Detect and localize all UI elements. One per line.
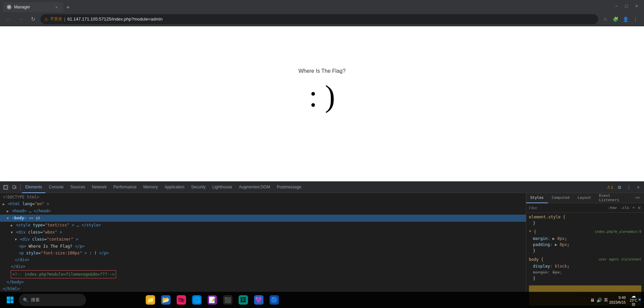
tab-augmented-dom[interactable]: Augmented DOM — [236, 182, 274, 193]
filter-buttons: :hov .cls + ⊡ — [607, 205, 641, 210]
styles-filter-input[interactable] — [529, 206, 604, 210]
bookmark-button[interactable]: ☆ — [601, 15, 610, 24]
notification-dot — [639, 299, 641, 301]
extension-button[interactable]: 🧩 — [611, 15, 620, 24]
styles-filter-bar: :hov .cls + ⊡ — [526, 203, 644, 213]
cls-filter-button[interactable]: .cls — [619, 205, 630, 210]
insecure-label: 不安全 — [50, 16, 62, 22]
styles-tab-computed[interactable]: Computed — [548, 193, 574, 203]
div-wbox-line[interactable]: ▼ <div class="wbox" > — [0, 229, 526, 236]
p-heading-line[interactable]: <p> Where Is The Flag? </p> — [0, 243, 526, 250]
tab-close-button[interactable]: × — [54, 4, 59, 10]
close-div2-line[interactable]: </div> — [0, 263, 526, 270]
taskbar-app-browser2[interactable]: 🔵 — [267, 293, 281, 307]
body-triangle: ▼ — [7, 216, 9, 220]
device-toggle-button[interactable] — [10, 183, 19, 192]
close-button[interactable]: × — [632, 1, 641, 11]
styles-tab-event-listeners[interactable]: Event Listeners — [595, 193, 631, 203]
styles-tab-more[interactable]: >> — [632, 193, 644, 203]
url-bar[interactable]: ⚠ 不安全 | 61.147.171.105:57125/index.php?m… — [40, 14, 598, 24]
page-content: Where Is The Flag? : ) — [0, 26, 644, 181]
warning-count-button[interactable]: ⚠ 1 — [606, 183, 614, 192]
wbox-triangle: ▼ — [11, 230, 13, 234]
svg-rect-7 — [10, 300, 13, 303]
taskbar-app-vscode[interactable]: 💜 — [252, 293, 265, 307]
style-triangle: ▶ — [11, 223, 13, 227]
styles-tab-layout[interactable]: Layout — [574, 193, 595, 203]
forward-button[interactable]: → — [16, 14, 26, 24]
browser-window: M Manager × + − □ × ← → ↻ ⚠ 不安全 | 61.147… — [0, 0, 644, 308]
taskbar-search[interactable]: 🔍 搜索 — [19, 294, 86, 306]
tab-memory[interactable]: Memory — [140, 182, 161, 193]
div-container-line[interactable]: ▼ <div class="container" > — [0, 236, 526, 243]
html-open-line[interactable]: ▶ <html lang="en" > — [0, 201, 526, 208]
body-margin-prop-line: margin: 8px; — [529, 269, 641, 275]
inspect-element-button[interactable] — [1, 183, 10, 192]
start-button[interactable] — [3, 292, 17, 307]
back-button[interactable]: ← — [4, 14, 13, 24]
head-line[interactable]: ▶ <head> … </head> — [0, 208, 526, 215]
toggle-button[interactable]: ⊡ — [637, 205, 641, 210]
star-style-rule: * { index.php?m_ule=admin:9 margin: ▶ 0p… — [529, 229, 641, 254]
close-div1-line[interactable]: </div> — [0, 256, 526, 263]
tab-console[interactable]: Console — [45, 182, 67, 193]
weather-widget: ☁ 23°C 阴 — [630, 293, 637, 307]
url-text: 61.147.171.105:57125/index.php?module=ad… — [67, 17, 594, 22]
svg-rect-2 — [13, 188, 14, 188]
date-display: 2023/6/15 — [609, 300, 626, 305]
style-line[interactable]: ▶ <style type="text/css" > … </style> — [0, 222, 526, 229]
devtools-close-button[interactable]: × — [634, 183, 643, 192]
devtools-panel: Elements Console Sources Network Perform… — [0, 181, 644, 308]
tab-lighthouse[interactable]: Lighthouse — [209, 182, 236, 193]
tab-sources[interactable]: Sources — [67, 182, 88, 193]
comment-text: <!-- index.php?module=filemanage&do=???-… — [12, 272, 114, 277]
taskbar-app-edge[interactable]: 🌐 — [190, 293, 204, 307]
menu-button[interactable]: ⋮ — [631, 15, 640, 24]
body-line[interactable]: ▼ <body> == $8 — [0, 215, 526, 222]
smiley-face: : ) — [309, 80, 335, 113]
body-rule-close: } — [529, 275, 641, 281]
tab-postmessage[interactable]: Postmessage — [274, 182, 305, 193]
svg-rect-3 — [15, 186, 16, 188]
taskbar-app-files-yellow[interactable]: 📁 — [144, 293, 157, 307]
tab-security[interactable]: Security — [188, 182, 209, 193]
p-smiley-line[interactable]: <p style="font-size:100px" > : ) </p> — [0, 250, 526, 256]
browser2-icon: 🔵 — [270, 295, 279, 305]
star-source: index.php?m_ule=admin:9 — [595, 229, 641, 236]
close-brace: } — [533, 221, 535, 225]
active-tab[interactable]: M Manager × — [3, 2, 63, 12]
taskbar-clock[interactable]: 9:49 2023/6/15 — [609, 295, 626, 305]
security-warning-icon: ⚠ — [44, 17, 48, 22]
styles-tab-styles[interactable]: Styles — [526, 193, 548, 203]
maximize-button[interactable]: □ — [622, 1, 631, 11]
warning-count: 1 — [611, 185, 613, 189]
body-selector: body { — [529, 256, 543, 263]
body-style-rule: body { user agent stylesheet display: bl… — [529, 256, 641, 281]
taskbar-app-notepad[interactable]: 📝 — [206, 293, 219, 307]
doctype-line: <!DOCTYPE html> — [0, 194, 526, 201]
new-tab-button[interactable]: + — [63, 3, 73, 12]
tab-performance[interactable]: Performance — [110, 182, 140, 193]
hov-filter-button[interactable]: :hov — [607, 205, 618, 210]
taskbar-app-terminal[interactable]: ⬛ — [221, 293, 235, 307]
notepad-icon: 📝 — [208, 295, 217, 305]
page-heading: Where Is The Flag? — [298, 68, 346, 74]
windows-logo-icon — [6, 296, 14, 304]
add-style-button[interactable]: + — [632, 205, 636, 210]
taskbar-app-files-blue[interactable]: 📂 — [159, 293, 173, 307]
close-body-line[interactable]: </body> — [0, 279, 526, 285]
comment-line[interactable]: <!-- index.php?module=filemanage&do=???-… — [0, 270, 526, 279]
user-profile-button[interactable]: 👤 — [621, 15, 630, 24]
more-options-button[interactable]: ⋮ — [624, 183, 633, 192]
close-html-line[interactable]: </html> — [0, 285, 526, 292]
address-actions: ☆ 🧩 👤 ⋮ — [601, 15, 640, 24]
settings-button[interactable]: ⚙ — [615, 183, 624, 192]
refresh-button[interactable]: ↻ — [28, 14, 38, 24]
tab-elements[interactable]: Elements — [22, 182, 45, 193]
tab-network[interactable]: Network — [88, 182, 110, 193]
taskbar-app-photos[interactable]: 🖼 — [237, 293, 250, 307]
elements-panel[interactable]: <!DOCTYPE html> ▶ <html lang="en" > ▶ <h… — [0, 193, 526, 308]
taskbar-app-store[interactable]: 🛍 — [175, 293, 188, 307]
minimize-button[interactable]: − — [612, 1, 621, 11]
tab-application[interactable]: Application — [161, 182, 188, 193]
